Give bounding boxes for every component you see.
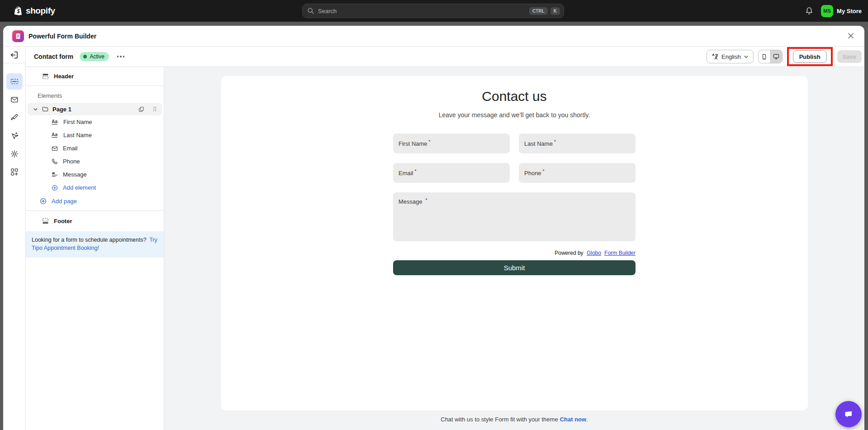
tree-item-label: Header (54, 73, 74, 80)
form-builder-app-window: Powerful Form Builder (3, 26, 864, 430)
shortcut-ctrl-key: CTRL (529, 7, 548, 15)
publish-button[interactable]: Publish (793, 50, 827, 63)
tree-item-footer[interactable]: Footer (26, 211, 164, 231)
header-section-icon (42, 72, 49, 80)
form-subtitle: Leave your message and we'll get back to… (393, 111, 636, 119)
admin-search-bar[interactable]: CTRL K (302, 4, 564, 18)
device-preview-toggle (758, 50, 783, 63)
tree-item-label: Message (63, 171, 87, 178)
preview-canvas: Contact us Leave your message and we'll … (164, 67, 864, 430)
appointment-promo-box: Looking for a form to schedule appointme… (26, 231, 164, 258)
mobile-preview-icon[interactable] (759, 50, 770, 63)
translate-icon (711, 53, 719, 60)
form-name: Contact form (34, 53, 73, 60)
globo-link[interactable]: Globo (587, 250, 601, 256)
left-icon-rail (3, 47, 26, 430)
notifications-bell-icon[interactable] (805, 6, 814, 15)
duplicate-icon[interactable] (138, 106, 145, 113)
chat-widget-button[interactable] (835, 401, 862, 427)
folder-icon (42, 105, 49, 113)
app-header: Powerful Form Builder (3, 26, 864, 47)
form-toolbar: Contact form Active (26, 47, 864, 67)
form-structure-panel: Header Elements Page 1 (26, 67, 164, 430)
close-icon[interactable] (847, 32, 854, 39)
store-name[interactable]: My Store (837, 8, 862, 14)
phone-icon (51, 158, 58, 165)
exit-icon[interactable] (3, 47, 25, 63)
svg-text:Aa: Aa (52, 119, 57, 124)
add-page-button[interactable]: Add page (26, 194, 164, 208)
envelope-icon[interactable] (6, 91, 23, 108)
store-avatar[interactable]: MS (821, 5, 833, 17)
circle-plus-icon (39, 197, 47, 205)
text-field-icon: Aa (51, 118, 59, 126)
annotation-highlight: Publish (787, 47, 833, 66)
required-mark: * (554, 139, 556, 144)
add-element-button[interactable]: Add element (26, 181, 164, 194)
language-label: English (721, 53, 741, 60)
form-title: Contact us (393, 89, 636, 104)
shopify-bag-icon (14, 5, 24, 16)
app-title: Powerful Form Builder (28, 33, 96, 40)
required-mark: * (415, 169, 417, 174)
apps-grid-icon[interactable] (6, 164, 23, 180)
chevron-down-icon[interactable] (33, 107, 38, 112)
tree-item-label: Page 1 (52, 106, 134, 113)
tree-item-label: Email (63, 145, 78, 152)
shortcut-k-key: K (550, 7, 560, 15)
more-options-icon[interactable] (116, 53, 126, 60)
chat-now-link[interactable]: Chat now (560, 416, 587, 423)
search-icon (307, 7, 314, 14)
tree-item-page[interactable]: Page 1 (28, 103, 162, 115)
elements-section-label: Elements (38, 92, 164, 99)
tree-item-phone[interactable]: Phone (26, 155, 164, 168)
envelope-icon (51, 145, 58, 152)
tree-item-first-name[interactable]: Aa First Name (26, 115, 164, 129)
tree-item-message[interactable]: Message (26, 168, 164, 181)
required-mark: * (543, 169, 545, 174)
svg-text:Aa: Aa (52, 132, 57, 137)
language-selector[interactable]: English (707, 50, 754, 63)
tree-item-last-name[interactable]: Aa Last Name (26, 129, 164, 142)
form-builder-app-icon (12, 30, 24, 42)
speech-bubble-icon (843, 408, 854, 420)
message-textarea[interactable]: Message * (393, 192, 636, 241)
phone-input[interactable]: Phone * (519, 163, 636, 183)
search-input[interactable] (318, 8, 526, 14)
save-button[interactable]: Save (837, 50, 862, 63)
tree-item-label: Last Name (63, 132, 92, 139)
chevron-down-icon (744, 54, 749, 59)
first-name-input[interactable]: First Name * (393, 134, 510, 153)
footer-section-icon (42, 217, 49, 225)
cursor-sparkle-icon[interactable] (6, 128, 23, 144)
required-mark: * (429, 139, 431, 144)
theme-chat-line: Chat with us to style Form fit with your… (441, 416, 588, 423)
gear-icon[interactable] (6, 146, 23, 162)
required-mark: * (425, 198, 427, 203)
shopify-wordmark: shopify (26, 6, 55, 16)
paintbrush-icon[interactable] (6, 110, 23, 126)
circle-plus-icon (51, 184, 58, 191)
textarea-icon (51, 171, 58, 178)
promo-text: Looking for a form to schedule appointme… (32, 237, 147, 243)
tree-item-email[interactable]: Email (26, 142, 164, 155)
tree-item-label: Phone (63, 158, 80, 165)
status-dot-icon (83, 55, 87, 58)
desktop-preview-icon[interactable] (770, 50, 782, 63)
powered-by-line: Powered by Globo Form Builder (393, 250, 636, 256)
status-badge: Active (80, 52, 109, 61)
drag-handle-icon[interactable] (152, 106, 157, 112)
tree-item-label: Footer (54, 218, 72, 225)
text-field-icon: Aa (51, 131, 59, 139)
form-builder-link[interactable]: Form Builder (604, 250, 636, 256)
form-preview-card: Contact us Leave your message and we'll … (221, 76, 808, 411)
form-field-icon[interactable] (6, 73, 23, 90)
last-name-input[interactable]: Last Name * (519, 134, 636, 153)
submit-button[interactable]: Submit (393, 260, 636, 275)
add-element-label: Add element (63, 184, 96, 191)
tree-item-header[interactable]: Header (26, 67, 164, 86)
tree-item-label: First Name (63, 119, 92, 125)
shopify-logo: shopify (14, 0, 55, 22)
email-input[interactable]: Email * (393, 163, 510, 183)
shopify-admin-topbar: shopify CTRL K MS My Store (0, 0, 868, 22)
